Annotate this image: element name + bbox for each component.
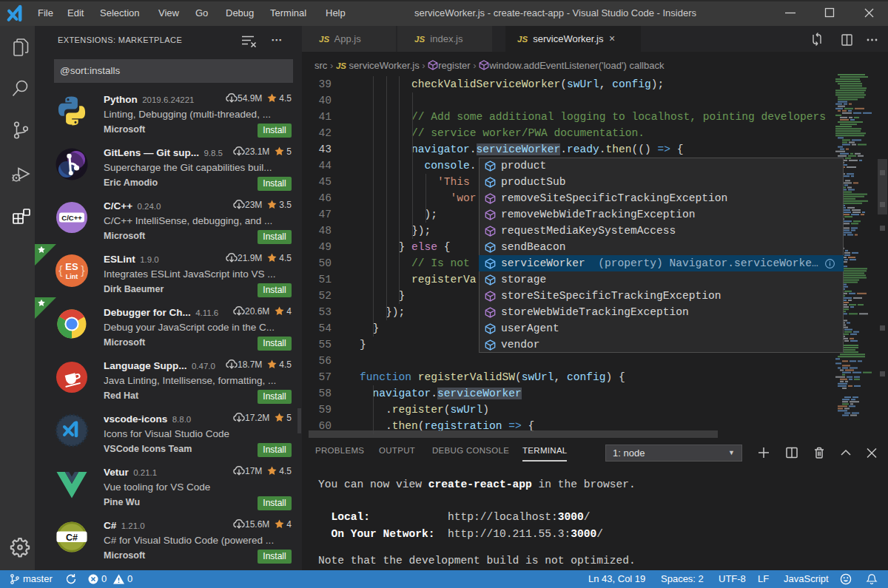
svg-text:Lint: Lint bbox=[66, 273, 78, 280]
svg-text:}: } bbox=[81, 264, 85, 277]
svg-text:C#: C# bbox=[66, 533, 78, 543]
svg-text:ES: ES bbox=[65, 261, 78, 272]
svg-text:C/C++: C/C++ bbox=[61, 214, 82, 222]
